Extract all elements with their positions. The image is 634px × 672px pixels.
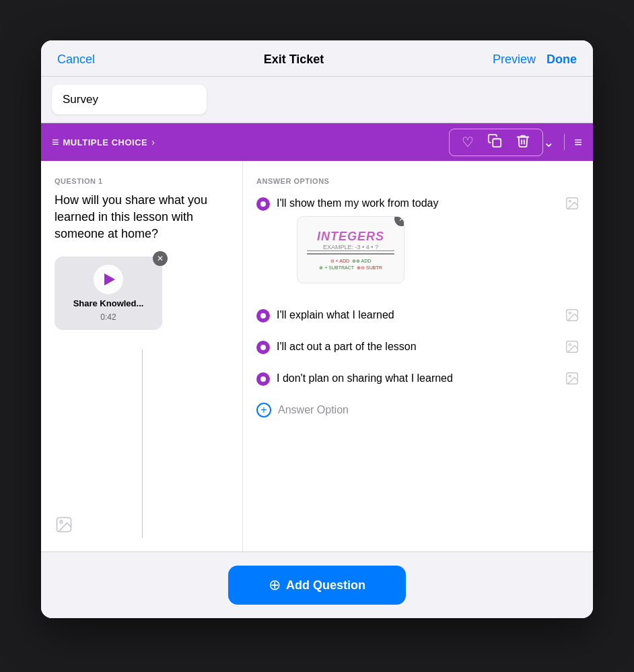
answer-image-button-1[interactable] bbox=[565, 196, 579, 214]
radio-button-3[interactable] bbox=[256, 341, 270, 354]
cancel-button[interactable]: Cancel bbox=[57, 53, 95, 67]
header: Cancel Exit Ticket Preview Done bbox=[41, 40, 593, 77]
answer-text-4: I don't plan on sharing what I learned bbox=[277, 371, 558, 386]
add-question-label: Add Question bbox=[286, 578, 365, 593]
answer-option: I don't plan on sharing what I learned bbox=[256, 371, 579, 389]
header-actions: Preview Done bbox=[493, 53, 577, 67]
chevron-right-icon[interactable]: › bbox=[151, 137, 155, 147]
integers-ops: ⊖ + ADD ⊕⊕ ADD bbox=[330, 259, 372, 264]
menu-icon[interactable]: ≡ bbox=[574, 135, 582, 150]
toolbar-center: ♡ bbox=[449, 129, 543, 156]
video-title: Share Knowled... bbox=[73, 298, 144, 308]
survey-row bbox=[41, 77, 593, 123]
image-icon[interactable] bbox=[55, 515, 73, 538]
preview-button[interactable]: Preview bbox=[493, 53, 536, 67]
trash-button[interactable] bbox=[516, 133, 530, 152]
question-type-label[interactable]: MULTIPLE CHOICE bbox=[63, 137, 148, 147]
play-icon bbox=[104, 273, 115, 285]
radio-button-4[interactable] bbox=[256, 372, 270, 386]
question-toolbar: ≡ MULTIPLE CHOICE › ♡ bbox=[41, 123, 593, 161]
add-option-label[interactable]: Answer Option bbox=[278, 404, 349, 416]
answer-image-button-4[interactable] bbox=[565, 371, 579, 389]
plus-icon: ⊕ bbox=[269, 576, 281, 594]
answer-option: I'll act out a part of the lesson bbox=[256, 339, 579, 358]
integers-title: INTEGERS bbox=[317, 230, 384, 244]
answer-text-2: I'll explain what I learned bbox=[277, 308, 558, 323]
toolbar-divider bbox=[564, 134, 565, 150]
add-question-button[interactable]: ⊕ Add Question bbox=[228, 566, 406, 605]
question-label: QUESTION 1 bbox=[55, 177, 229, 185]
content-area: QUESTION 1 How will you share what you l… bbox=[41, 161, 593, 551]
copy-button[interactable] bbox=[487, 133, 502, 152]
right-panel: ANSWER OPTIONS I'll show them my work fr… bbox=[243, 161, 593, 551]
integers-ops-2: ⊕ + SUBTRACT ⊕⊖ SUBTR bbox=[319, 265, 382, 271]
answer-text-3: I'll act out a part of the lesson bbox=[277, 339, 558, 354]
toolbar-left: ≡ MULTIPLE CHOICE › bbox=[52, 135, 449, 149]
survey-input[interactable] bbox=[52, 85, 207, 114]
video-close-button[interactable]: ✕ bbox=[153, 251, 168, 266]
video-duration: 0:42 bbox=[100, 312, 116, 322]
toolbar-right: ⌄ ≡ bbox=[543, 134, 582, 150]
done-button[interactable]: Done bbox=[547, 53, 577, 67]
heart-button[interactable]: ♡ bbox=[462, 134, 474, 150]
radio-inner bbox=[260, 313, 266, 318]
bottom-bar: ⊕ Add Question bbox=[41, 551, 593, 618]
svg-point-2 bbox=[60, 520, 63, 523]
add-option-row: + Answer Option bbox=[256, 403, 579, 417]
add-option-button[interactable]: + bbox=[256, 403, 271, 417]
radio-button-1[interactable] bbox=[256, 197, 270, 211]
page-title: Exit Ticket bbox=[264, 53, 324, 67]
radio-inner bbox=[260, 345, 266, 350]
radio-inner bbox=[260, 201, 266, 207]
chevron-down-icon[interactable]: ⌄ bbox=[543, 134, 555, 150]
integers-image-card: ✕ INTEGERS EXAMPLE: -3 • 4 • ? ⊖ + ADD ⊕… bbox=[297, 216, 404, 283]
svg-rect-0 bbox=[493, 139, 501, 147]
svg-point-10 bbox=[569, 376, 571, 378]
question-text: How will you share what you learned in t… bbox=[55, 192, 229, 243]
radio-inner bbox=[260, 376, 266, 382]
answer-text-1: I'll show them my work from today bbox=[277, 197, 438, 209]
video-thumbnail: ✕ Share Knowled... 0:42 bbox=[55, 257, 162, 330]
answer-image-button-3[interactable] bbox=[565, 339, 579, 358]
svg-point-4 bbox=[569, 200, 571, 202]
svg-point-6 bbox=[569, 312, 571, 314]
answer-options-label: ANSWER OPTIONS bbox=[256, 177, 579, 185]
radio-button-2[interactable] bbox=[256, 309, 270, 323]
video-play-button[interactable] bbox=[94, 265, 123, 294]
integers-subtitle: EXAMPLE: -3 • 4 • ? bbox=[323, 244, 378, 250]
list-icon: ≡ bbox=[52, 135, 59, 149]
modal: Cancel Exit Ticket Preview Done ≡ MULTIP… bbox=[41, 40, 593, 618]
integers-close-button[interactable]: ✕ bbox=[394, 216, 404, 226]
vertical-divider bbox=[142, 349, 143, 538]
svg-point-8 bbox=[569, 344, 571, 346]
left-panel: QUESTION 1 How will you share what you l… bbox=[41, 161, 243, 551]
answer-image-button-2[interactable] bbox=[565, 308, 579, 326]
number-line bbox=[307, 253, 394, 255]
app-container: Cancel Exit Ticket Preview Done ≡ MULTIP… bbox=[0, 0, 634, 672]
answer-option: I'll show them my work from today ✕ INTE… bbox=[256, 196, 579, 294]
answer-option: I'll explain what I learned bbox=[256, 308, 579, 326]
